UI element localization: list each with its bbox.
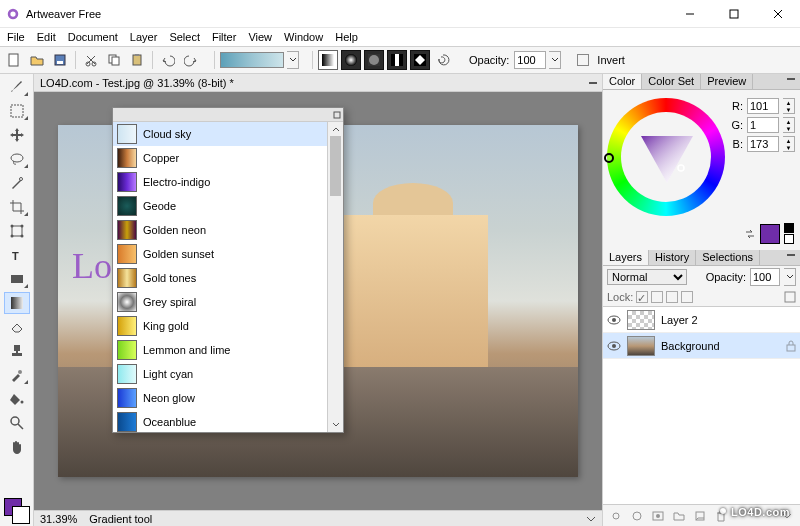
close-button[interactable] bbox=[756, 0, 800, 28]
gradient-reflected-button[interactable] bbox=[387, 50, 407, 70]
scroll-thumb[interactable] bbox=[330, 136, 341, 196]
shape-tool[interactable] bbox=[4, 268, 30, 290]
selection-tool[interactable] bbox=[4, 100, 30, 122]
gradient-preset-row[interactable]: Golden neon bbox=[113, 218, 343, 242]
panel-popout-icon[interactable] bbox=[331, 108, 343, 121]
menu-help[interactable]: Help bbox=[330, 30, 363, 44]
gradient-angle-button[interactable] bbox=[364, 50, 384, 70]
lock-pixels-toggle[interactable] bbox=[651, 291, 663, 303]
gradient-preset-row[interactable]: Lemmon and lime bbox=[113, 338, 343, 362]
scroll-up-icon[interactable] bbox=[328, 122, 343, 136]
new-layer-button[interactable] bbox=[691, 508, 709, 524]
layer-visibility-icon[interactable] bbox=[607, 315, 621, 325]
layer-link-icon[interactable] bbox=[607, 508, 625, 524]
current-color-swatch[interactable] bbox=[760, 224, 780, 244]
opacity-dropdown[interactable] bbox=[549, 51, 561, 69]
tab-history[interactable]: History bbox=[649, 250, 696, 265]
gradient-preset-row[interactable]: Oceanblue bbox=[113, 410, 343, 432]
b-input[interactable] bbox=[747, 136, 779, 152]
g-input[interactable] bbox=[747, 117, 779, 133]
gradient-linear-button[interactable] bbox=[318, 50, 338, 70]
menu-filter[interactable]: Filter bbox=[207, 30, 241, 44]
background-color-swatch[interactable] bbox=[12, 506, 30, 524]
menu-select[interactable]: Select bbox=[164, 30, 205, 44]
brush-tool[interactable] bbox=[4, 76, 30, 98]
minimize-button[interactable] bbox=[668, 0, 712, 28]
eraser-tool[interactable] bbox=[4, 316, 30, 338]
default-white-swatch[interactable] bbox=[784, 234, 794, 244]
menu-document[interactable]: Document bbox=[63, 30, 123, 44]
layer-group-button[interactable] bbox=[670, 508, 688, 524]
tab-preview[interactable]: Preview bbox=[701, 74, 753, 89]
gradient-radial-button[interactable] bbox=[341, 50, 361, 70]
gradient-preset-row[interactable]: Grey spiral bbox=[113, 290, 343, 314]
paste-button[interactable] bbox=[127, 50, 147, 70]
gradient-preview[interactable] bbox=[220, 52, 284, 68]
text-tool[interactable]: T bbox=[4, 244, 30, 266]
b-spinner[interactable]: ▲▼ bbox=[783, 136, 795, 152]
tab-color-set[interactable]: Color Set bbox=[642, 74, 701, 89]
save-button[interactable] bbox=[50, 50, 70, 70]
transform-tool[interactable] bbox=[4, 220, 30, 242]
menu-layer[interactable]: Layer bbox=[125, 30, 163, 44]
maximize-button[interactable] bbox=[712, 0, 756, 28]
gradient-preset-row[interactable]: Gold tones bbox=[113, 266, 343, 290]
fill-tool[interactable] bbox=[4, 388, 30, 410]
lock-position-toggle[interactable] bbox=[666, 291, 678, 303]
gradient-preset-row[interactable]: Light cyan bbox=[113, 362, 343, 386]
gradient-tool[interactable] bbox=[4, 292, 30, 314]
tab-layers[interactable]: Layers bbox=[603, 250, 649, 265]
magic-wand-tool[interactable] bbox=[4, 172, 30, 194]
gradient-preset-row[interactable]: Cloud sky bbox=[113, 122, 343, 146]
lock-transparency-toggle[interactable]: ✓ bbox=[636, 291, 648, 303]
lasso-tool[interactable] bbox=[4, 148, 30, 170]
gradient-preset-row[interactable]: King gold bbox=[113, 314, 343, 338]
gradient-list-scrollbar[interactable] bbox=[327, 122, 343, 432]
layer-row[interactable]: Background bbox=[603, 333, 800, 359]
default-black-swatch[interactable] bbox=[784, 223, 794, 233]
layer-mask-button[interactable] bbox=[649, 508, 667, 524]
gradient-preset-row[interactable]: Geode bbox=[113, 194, 343, 218]
open-file-button[interactable] bbox=[27, 50, 47, 70]
move-tool[interactable] bbox=[4, 124, 30, 146]
gradient-preset-row[interactable]: Neon glow bbox=[113, 386, 343, 410]
layer-mask-icon[interactable] bbox=[784, 291, 796, 303]
g-spinner[interactable]: ▲▼ bbox=[783, 117, 795, 133]
r-input[interactable] bbox=[747, 98, 779, 114]
menu-view[interactable]: View bbox=[243, 30, 277, 44]
new-file-button[interactable] bbox=[4, 50, 24, 70]
stamp-tool[interactable] bbox=[4, 340, 30, 362]
hue-indicator[interactable] bbox=[604, 153, 614, 163]
delete-layer-button[interactable] bbox=[712, 508, 730, 524]
gradient-preset-row[interactable]: Copper bbox=[113, 146, 343, 170]
layer-row[interactable]: Layer 2 bbox=[603, 307, 800, 333]
hand-tool[interactable] bbox=[4, 436, 30, 458]
swap-colors-icon[interactable] bbox=[744, 228, 756, 240]
blend-mode-select[interactable]: Normal bbox=[607, 269, 687, 285]
eyedropper-tool[interactable] bbox=[4, 364, 30, 386]
layer-effects-icon[interactable] bbox=[628, 508, 646, 524]
gradient-preset-row[interactable]: Golden sunset bbox=[113, 242, 343, 266]
layer-visibility-icon[interactable] bbox=[607, 341, 621, 351]
layers-menu-icon[interactable] bbox=[778, 508, 796, 524]
menu-edit[interactable]: Edit bbox=[32, 30, 61, 44]
scroll-down-icon[interactable] bbox=[328, 418, 343, 432]
zoom-tool[interactable] bbox=[4, 412, 30, 434]
copy-button[interactable] bbox=[104, 50, 124, 70]
panel-collapse-icon[interactable] bbox=[782, 250, 800, 265]
layer-opacity-input[interactable] bbox=[750, 268, 780, 286]
status-menu-icon[interactable] bbox=[586, 514, 596, 524]
panel-minimize-icon[interactable] bbox=[586, 76, 600, 90]
redo-button[interactable] bbox=[181, 50, 201, 70]
lock-all-toggle[interactable] bbox=[681, 291, 693, 303]
gradient-dropdown-button[interactable] bbox=[287, 51, 299, 69]
crop-tool[interactable] bbox=[4, 196, 30, 218]
status-zoom[interactable]: 31.39% bbox=[40, 513, 77, 525]
invert-checkbox[interactable] bbox=[577, 54, 589, 66]
undo-button[interactable] bbox=[158, 50, 178, 70]
color-swatches[interactable] bbox=[2, 496, 32, 526]
tab-color[interactable]: Color bbox=[603, 74, 642, 89]
color-wheel[interactable] bbox=[607, 98, 725, 216]
document-tab[interactable]: LO4D.com - Test.jpg @ 31.39% (8-bit) * bbox=[34, 74, 602, 92]
tab-selections[interactable]: Selections bbox=[696, 250, 760, 265]
